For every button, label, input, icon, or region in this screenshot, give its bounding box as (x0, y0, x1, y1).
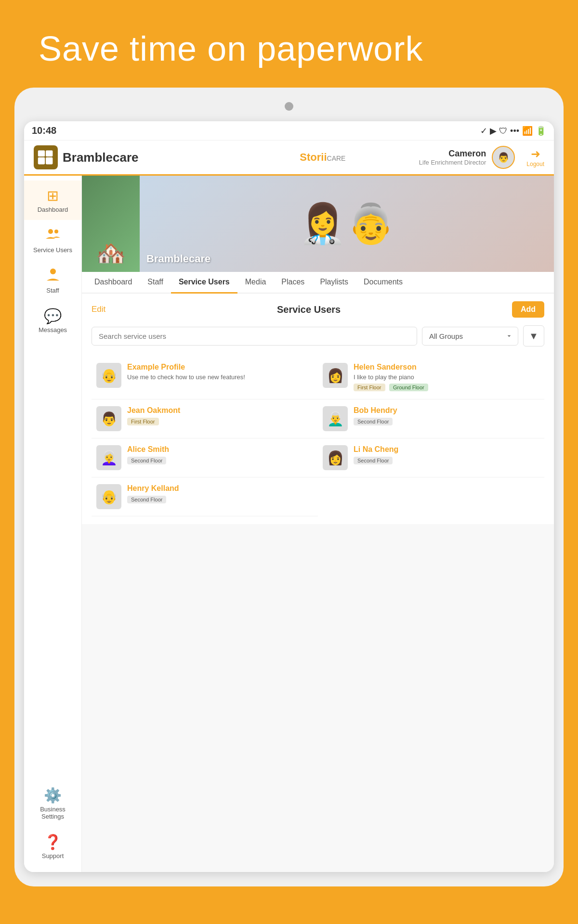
user-name-henry-kelland: Henry Kelland (127, 484, 313, 493)
tab-places[interactable]: Places (274, 272, 312, 294)
floor-badge-alice-second: Second Floor (127, 457, 166, 464)
user-name-alice-smith: Alice Smith (127, 445, 313, 454)
tab-playlists[interactable]: Playlists (312, 272, 356, 294)
sidebar-label-dashboard: Dashboard (38, 206, 68, 213)
floor-badge-first-floor: First Floor (354, 384, 385, 391)
sidebar-item-staff[interactable]: Staff (24, 260, 81, 301)
sidebar-item-dashboard[interactable]: ⊞ Dashboard (24, 180, 81, 220)
tab-dashboard[interactable]: Dashboard (87, 272, 140, 294)
sidebar-item-service-users[interactable]: Service Users (24, 220, 81, 260)
floor-badge-lina-second: Second Floor (354, 457, 393, 464)
svg-rect-0 (38, 157, 45, 164)
logout-label: Logout (526, 161, 544, 167)
sidebar: ⊞ Dashboard Service Users (24, 176, 82, 872)
user-info-example-profile: Example Profile Use me to check how to u… (127, 363, 313, 383)
app-logo: Bramblecare (34, 145, 226, 169)
user-card-example-profile[interactable]: 👴 Example Profile Use me to check how to… (92, 356, 318, 399)
org-name: Bramblecare (63, 150, 139, 165)
user-avatar-helen-sanderson: 👩 (323, 363, 348, 388)
user-info-alice-smith: Alice Smith Second Floor (127, 445, 313, 465)
dashboard-icon: ⊞ (47, 187, 59, 204)
logout-icon: ➜ (531, 147, 540, 161)
user-name: Cameron (419, 149, 486, 159)
hero-building-img: 🏘️ (82, 176, 140, 272)
user-card-helen-sanderson[interactable]: 👩 Helen Sanderson I like to play the pia… (318, 356, 544, 399)
floor-badge-ground-floor: Ground Floor (389, 384, 428, 391)
status-battery-icon: 🔋 (536, 126, 546, 136)
status-wifi-icon: 📶 (522, 126, 533, 136)
user-role: Life Enrichment Director (419, 159, 486, 166)
floor-badge-bob-second: Second Floor (354, 418, 393, 425)
panel-title: Service Users (105, 304, 512, 315)
user-card-jean-oakmont[interactable]: 👨 Jean Oakmont First Floor (92, 399, 318, 438)
logo-icon (34, 145, 58, 169)
user-name-bob-hendry: Bob Hendry (354, 406, 539, 415)
filter-row: All Groups ▼ (92, 325, 544, 346)
user-avatar-henry-kelland: 👴 (96, 484, 121, 509)
app-header: Bramblecare StoriiCARE Cameron Life Enri… (24, 141, 554, 176)
device-frame: 10:48 ✓ ▶ 🛡 ••• 📶 🔋 Bramblecare (24, 121, 554, 872)
hero-image: 🏘️ 👩‍⚕️👵 Bramblecare (82, 176, 554, 272)
user-card-li-na-cheng[interactable]: 👩 Li Na Cheng Second Floor (318, 438, 544, 477)
user-avatar-jean-oakmont: 👨 (96, 406, 121, 431)
user-info-helen-sanderson: Helen Sanderson I like to play the piano… (354, 363, 539, 392)
user-info-jean-oakmont: Jean Oakmont First Floor (127, 406, 313, 426)
logout-button[interactable]: ➜ Logout (526, 147, 544, 167)
floor-badge-henry-second: Second Floor (127, 496, 166, 503)
camera-dot (285, 102, 293, 111)
status-icons: ✓ ▶ 🛡 ••• 📶 🔋 (480, 126, 546, 136)
user-avatar-li-na-cheng: 👩 (323, 445, 348, 470)
sidebar-bottom: ⚙️ Business Settings ❓ Support (24, 780, 81, 872)
user-name-li-na-cheng: Li Na Cheng (354, 445, 539, 454)
user-info: Cameron Life Enrichment Director 👨 ➜ Log… (419, 146, 544, 169)
top-banner: Save time on paperwork (0, 0, 578, 88)
hero-org-name: Bramblecare (146, 253, 210, 265)
edit-link[interactable]: Edit (92, 305, 105, 314)
group-select[interactable]: All Groups (422, 327, 518, 346)
user-card-bob-hendry[interactable]: 👨‍🦳 Bob Hendry Second Floor (318, 399, 544, 438)
user-avatar: 👨 (492, 146, 515, 169)
messages-icon: 💬 (44, 308, 62, 324)
hero-banner: 🏘️ 👩‍⚕️👵 Bramblecare (82, 176, 554, 272)
tab-bar: Dashboard Staff Service Users Media Plac… (82, 272, 554, 294)
svg-rect-2 (38, 151, 45, 157)
content-area: 🏘️ 👩‍⚕️👵 Bramblecare Dashboard Staff Ser… (82, 176, 554, 872)
building-icon: 🏘️ (96, 239, 126, 272)
add-button[interactable]: Add (512, 301, 544, 318)
sidebar-label-messages: Messages (39, 326, 67, 334)
user-name-jean-oakmont: Jean Oakmont (127, 406, 313, 415)
user-avatar-example-profile: 👴 (96, 363, 121, 388)
tab-staff[interactable]: Staff (140, 272, 171, 294)
sidebar-item-messages[interactable]: 💬 Messages (24, 301, 81, 340)
user-name-helen-sanderson: Helen Sanderson (354, 363, 539, 372)
tab-documents[interactable]: Documents (356, 272, 410, 294)
status-bar: 10:48 ✓ ▶ 🛡 ••• 📶 🔋 (24, 121, 554, 141)
sidebar-label-staff: Staff (46, 287, 59, 294)
user-card-henry-kelland[interactable]: 👴 Henry Kelland Second Floor (92, 477, 318, 516)
svg-point-6 (50, 269, 56, 274)
service-users-panel: Edit Service Users Add All Groups ▼ (82, 294, 554, 524)
sidebar-label-service-users: Service Users (33, 246, 72, 254)
sidebar-item-business-settings[interactable]: ⚙️ Business Settings (24, 780, 81, 827)
status-icons-misc: ✓ ▶ 🛡 ••• (480, 126, 519, 136)
search-input[interactable] (92, 327, 417, 346)
sidebar-item-support[interactable]: ❓ Support (24, 827, 81, 866)
tab-media[interactable]: Media (237, 272, 274, 294)
brand-storii: Storii (300, 151, 327, 163)
brand-care: CARE (327, 154, 346, 162)
outer-card: 10:48 ✓ ▶ 🛡 ••• 📶 🔋 Bramblecare (14, 88, 564, 886)
sidebar-label-business-settings: Business Settings (29, 806, 77, 820)
tab-service-users[interactable]: Service Users (171, 272, 237, 294)
user-avatar-alice-smith: 👩‍🦳 (96, 445, 121, 470)
svg-point-4 (48, 229, 53, 234)
users-grid: 👴 Example Profile Use me to check how to… (92, 356, 544, 516)
user-card-alice-smith[interactable]: 👩‍🦳 Alice Smith Second Floor (92, 438, 318, 477)
user-details: Cameron Life Enrichment Director (419, 149, 486, 166)
staff-icon (46, 267, 60, 285)
user-avatar-bob-hendry: 👨‍🦳 (323, 406, 348, 431)
svg-point-5 (54, 230, 58, 233)
user-info-bob-hendry: Bob Hendry Second Floor (354, 406, 539, 426)
filter-button[interactable]: ▼ (523, 325, 544, 346)
user-name-example-profile: Example Profile (127, 363, 313, 372)
filter-icon: ▼ (529, 331, 539, 342)
